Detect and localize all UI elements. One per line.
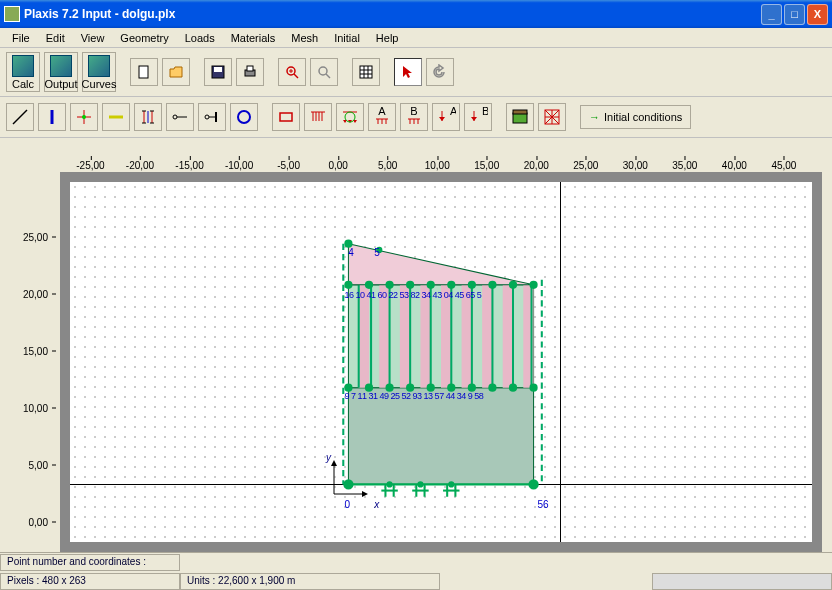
svg-point-109	[509, 384, 517, 392]
disp-a-tool[interactable]: A	[432, 103, 460, 131]
svg-point-20	[82, 115, 86, 119]
svg-point-93	[385, 281, 393, 289]
close-button[interactable]: X	[807, 4, 828, 25]
status-empty	[652, 573, 832, 590]
ruler-vertical: 25,00 20,00 15,00 10,00 5,00 0,00	[0, 172, 60, 552]
window-buttons: _ □ X	[761, 4, 828, 25]
menu-file[interactable]: File	[4, 30, 38, 46]
svg-point-108	[488, 384, 496, 392]
save-button[interactable]	[204, 58, 232, 86]
mesh-tool[interactable]	[538, 103, 566, 131]
maximize-button[interactable]: □	[784, 4, 805, 25]
select-button[interactable]	[394, 58, 422, 86]
svg-rect-31	[280, 113, 292, 121]
svg-line-10	[326, 74, 330, 78]
ruler-horizontal: -25,00 -20,00 -15,00 -10,00 -5,00 0,00 5…	[60, 142, 822, 172]
fixity-tool[interactable]	[272, 103, 300, 131]
svg-rect-2	[214, 67, 222, 72]
svg-line-16	[13, 110, 27, 124]
svg-point-98	[488, 281, 496, 289]
curves-button[interactable]: Curves	[82, 52, 116, 92]
canvas-frame: 4 5 16 10 41 60 22 53 82 34 43 04 45 65 …	[60, 172, 822, 552]
svg-point-100	[529, 281, 537, 289]
zoom-in-button[interactable]	[278, 58, 306, 86]
svg-rect-11	[360, 66, 372, 78]
svg-point-110	[529, 384, 537, 392]
node-labels-row: 16 10 41 60 22 53 82 34 43 04 45 65 5	[345, 290, 482, 300]
workspace: -25,00 -20,00 -15,00 -10,00 -5,00 0,00 5…	[0, 142, 832, 552]
arrow-right-icon: →	[589, 111, 600, 123]
table-button[interactable]	[352, 58, 380, 86]
svg-point-95	[427, 281, 435, 289]
status-pixels: Pixels : 480 x 263	[0, 573, 180, 590]
svg-line-6	[294, 74, 298, 78]
menu-initial[interactable]: Initial	[326, 30, 368, 46]
menu-bar: File Edit View Geometry Loads Materials …	[0, 28, 832, 48]
print-button[interactable]	[236, 58, 264, 86]
status-hint: Point number and coordinates :	[0, 554, 180, 571]
svg-rect-0	[139, 66, 148, 78]
toolbar-geometry: A B A B →Initial conditions	[0, 97, 832, 138]
tunnel-tool[interactable]	[230, 103, 258, 131]
calc-button[interactable]: Calc	[6, 52, 40, 92]
svg-text:B: B	[410, 107, 417, 117]
undo-button[interactable]	[426, 58, 454, 86]
app-icon	[4, 6, 20, 22]
menu-view[interactable]: View	[73, 30, 113, 46]
node-label: 4	[348, 247, 354, 258]
toolbar-main: Calc Output Curves	[0, 48, 832, 97]
svg-point-94	[406, 281, 414, 289]
fixed-anchor-tool[interactable]	[198, 103, 226, 131]
open-button[interactable]	[162, 58, 190, 86]
svg-marker-54	[439, 117, 445, 121]
svg-point-91	[344, 281, 352, 289]
node-label: 5	[374, 247, 380, 258]
svg-point-27	[205, 115, 209, 119]
initial-conditions-button[interactable]: →Initial conditions	[580, 105, 691, 129]
beam-tool[interactable]	[38, 103, 66, 131]
load-b-tool[interactable]	[336, 103, 364, 131]
menu-mesh[interactable]: Mesh	[283, 30, 326, 46]
svg-point-9	[319, 67, 327, 75]
menu-loads[interactable]: Loads	[177, 30, 223, 46]
node-labels-row: 9 7 11 31 49 25 52 93 13 57 44 34 9 58	[345, 391, 484, 401]
menu-help[interactable]: Help	[368, 30, 407, 46]
svg-point-92	[365, 281, 373, 289]
svg-point-97	[468, 281, 476, 289]
geogrid-tool[interactable]	[102, 103, 130, 131]
svg-text:A: A	[378, 107, 386, 117]
minimize-button[interactable]: _	[761, 4, 782, 25]
svg-rect-4	[247, 66, 253, 71]
pointload-b-tool[interactable]: B	[400, 103, 428, 131]
svg-point-30	[238, 111, 250, 123]
pointload-a-tool[interactable]: A	[368, 103, 396, 131]
window-title: Plaxis 7.2 Input - dolgu.plx	[24, 7, 761, 21]
menu-materials[interactable]: Materials	[223, 30, 284, 46]
svg-text:A: A	[450, 107, 456, 117]
svg-rect-59	[513, 110, 527, 114]
svg-point-96	[447, 281, 455, 289]
disp-b-tool[interactable]: B	[464, 103, 492, 131]
menu-geometry[interactable]: Geometry	[112, 30, 176, 46]
load-a-tool[interactable]	[304, 103, 332, 131]
line-tool[interactable]	[6, 103, 34, 131]
svg-point-99	[509, 281, 517, 289]
status-bar: Point number and coordinates : Pixels : …	[0, 552, 832, 590]
new-button[interactable]	[130, 58, 158, 86]
drawing-canvas[interactable]: 4 5 16 10 41 60 22 53 82 34 43 04 45 65 …	[70, 182, 812, 542]
anchor-tool[interactable]	[166, 103, 194, 131]
menu-edit[interactable]: Edit	[38, 30, 73, 46]
geometry-svg	[70, 182, 812, 542]
node-label: 56	[537, 499, 548, 510]
hinge-tool[interactable]	[70, 103, 98, 131]
status-units: Units : 22,600 x 1,900 m	[180, 573, 440, 590]
svg-marker-127	[331, 460, 337, 466]
svg-marker-57	[471, 117, 477, 121]
zoom-out-button[interactable]	[310, 58, 338, 86]
output-button[interactable]: Output	[44, 52, 78, 92]
svg-point-25	[173, 115, 177, 119]
axis-arrows-icon	[322, 456, 382, 506]
material-set-tool[interactable]	[506, 103, 534, 131]
interface-tool[interactable]	[134, 103, 162, 131]
svg-marker-129	[362, 491, 368, 497]
